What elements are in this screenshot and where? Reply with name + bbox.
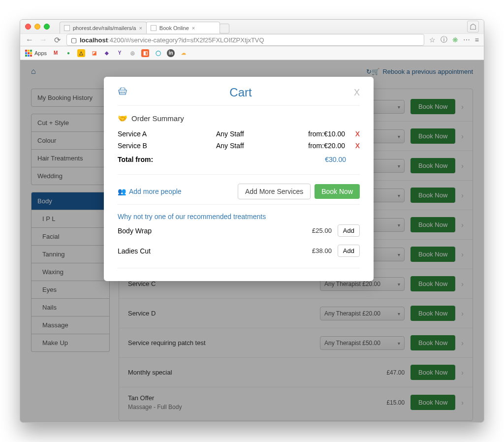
menu-icon[interactable]: ≡: [475, 36, 479, 44]
page-favicon: [151, 25, 157, 31]
bookmark-icon[interactable]: Y: [116, 49, 124, 57]
remove-item-button[interactable]: X: [345, 130, 360, 138]
evernote-icon[interactable]: ❋: [452, 36, 458, 44]
apps-icon: [25, 50, 32, 57]
bookmarks-bar: Apps M ● △ ◪ ◆ Y ◎ ◧ ◯ in ☁: [20, 46, 484, 60]
close-window-icon[interactable]: [25, 24, 31, 30]
handshake-icon: 🤝: [118, 114, 127, 123]
minimize-window-icon[interactable]: [34, 24, 40, 30]
bookmark-icon[interactable]: ◯: [154, 49, 162, 57]
browser-tabs: phorest.dev/rails/mailers/a × Book Onlin…: [60, 20, 229, 33]
close-modal-icon[interactable]: X: [354, 88, 360, 98]
add-more-services-button[interactable]: Add More Services: [238, 184, 311, 199]
add-reco-button[interactable]: Add: [338, 224, 360, 237]
bookmark-icon[interactable]: ◧: [141, 49, 149, 57]
new-tab-button[interactable]: [220, 24, 229, 33]
extension-icon[interactable]: ⋯: [463, 36, 470, 44]
page-favicon: [64, 25, 70, 31]
reco-name: Body Wrap: [118, 227, 312, 235]
page-icon: ▢: [71, 36, 77, 44]
cart-staff: Any Staff: [216, 130, 285, 138]
cart-service: Service A: [118, 130, 216, 138]
url-host: localhost: [80, 36, 108, 44]
url-path: /#/service-category?id=sfX2f25FXLOIfZPXt…: [124, 36, 264, 44]
reco-price: £38.00: [312, 247, 332, 254]
cart-modal: Cart X 🤝 Order Summary Service AAny Staf…: [104, 77, 374, 281]
cart-title: Cart: [127, 86, 354, 99]
add-people-label: Add more people: [129, 188, 182, 195]
cart-line: Service AAny Stafffrom:€10.00X: [118, 128, 360, 140]
cart-price: from:€10.00: [285, 130, 345, 138]
reco-price: £25.00: [312, 227, 332, 234]
reload-button[interactable]: ⟳: [53, 35, 62, 45]
bookmark-icon[interactable]: ◆: [103, 49, 111, 57]
total-label: Total from:: [118, 156, 153, 163]
bookmark-icon[interactable]: ◪: [90, 49, 98, 57]
back-button[interactable]: ←: [25, 35, 34, 44]
close-tab-icon[interactable]: ×: [139, 25, 142, 31]
address-bar[interactable]: ▢ localhost:4200/#/service-category?id=s…: [66, 34, 424, 46]
apps-label: Apps: [34, 50, 47, 56]
browser-chrome: phorest.dev/rails/mailers/a × Book Onlin…: [20, 20, 484, 46]
cart-price: from:€20.00: [285, 142, 345, 150]
info-icon[interactable]: ⓘ: [441, 35, 447, 44]
browser-tab[interactable]: Book Online ×: [146, 22, 220, 33]
bookmark-icon[interactable]: M: [52, 49, 60, 57]
reco-name: Ladies Cut: [118, 247, 312, 255]
add-people-link[interactable]: 👥 Add more people: [118, 188, 182, 195]
total-amount: €30.00: [325, 156, 346, 163]
profile-icon[interactable]: ☖: [467, 21, 479, 32]
order-summary-label: Order Summary: [131, 114, 184, 123]
cart-icon: [118, 88, 127, 98]
cart-service: Service B: [118, 142, 216, 150]
close-tab-icon[interactable]: ×: [192, 25, 195, 31]
recommended-item: Ladies Cut£38.00Add: [118, 241, 360, 261]
add-reco-button[interactable]: Add: [338, 245, 360, 257]
book-now-button[interactable]: Book Now: [315, 184, 360, 199]
people-icon: 👥: [118, 188, 126, 195]
star-icon[interactable]: ☆: [429, 36, 436, 44]
recommended-heading: Why not try one of our recommended treat…: [118, 204, 360, 221]
browser-window: phorest.dev/rails/mailers/a × Book Onlin…: [20, 19, 484, 423]
window-controls: [25, 24, 50, 30]
bookmark-icon[interactable]: in: [167, 49, 175, 57]
toolbar-icons: ☆ ⓘ ❋ ⋯ ≡: [429, 35, 479, 44]
zoom-window-icon[interactable]: [44, 24, 50, 30]
remove-item-button[interactable]: X: [345, 142, 360, 150]
url-port: :4200: [108, 36, 124, 44]
forward-button[interactable]: →: [39, 35, 48, 44]
bookmark-icon[interactable]: △: [77, 49, 85, 57]
tab-title: Book Online: [159, 25, 189, 31]
cart-staff: Any Staff: [216, 142, 285, 150]
cart-line: Service BAny Stafffrom:€20.00X: [118, 140, 360, 152]
recommended-item: Body Wrap£25.00Add: [118, 221, 360, 241]
divider: [118, 268, 360, 268]
bookmark-icon[interactable]: ●: [64, 49, 72, 57]
bookmark-icon[interactable]: ◎: [128, 49, 136, 57]
tab-title: phorest.dev/rails/mailers/a: [73, 25, 136, 31]
bookmark-icon[interactable]: ☁: [180, 49, 188, 57]
apps-shortcut[interactable]: Apps: [25, 50, 47, 57]
browser-tab[interactable]: phorest.dev/rails/mailers/a ×: [60, 22, 147, 33]
